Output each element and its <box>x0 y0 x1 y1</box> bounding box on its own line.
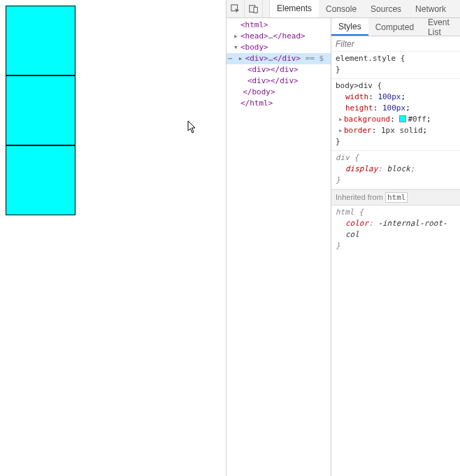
styles-filter <box>331 36 460 52</box>
dom-node-selected[interactable]: ⋯ ▸<div>…</div> == $ <box>227 53 331 64</box>
prop-name: color <box>345 219 368 228</box>
devtools-toolbar: Elements Console Sources Network <box>227 0 460 18</box>
prop-value: 100px <box>382 103 405 113</box>
dom-node[interactable]: ▸<head>…</head> <box>227 31 331 42</box>
css-property[interactable]: height: 100px; <box>336 103 456 114</box>
dom-node[interactable]: <div></div> <box>227 64 331 75</box>
rule-selector: element.style <box>336 54 396 63</box>
rule-html-ua[interactable]: html { color: -internal-root-col } <box>331 205 460 254</box>
color-swatch-icon[interactable] <box>399 115 406 122</box>
dom-tag: <body> <box>240 43 268 52</box>
tab-console[interactable]: Console <box>319 0 364 17</box>
selected-indicator: == $ <box>301 54 324 63</box>
tab-network[interactable]: Network <box>408 0 453 17</box>
rule-selector: div <box>336 153 350 162</box>
dom-node[interactable]: </html> <box>227 98 331 109</box>
rule-element-style[interactable]: element.style { } <box>331 52 460 79</box>
css-property: color: -internal-root-col <box>336 218 456 240</box>
expand-caret-icon[interactable]: ▸ <box>338 114 344 125</box>
dom-tag: </html> <box>240 99 273 108</box>
tab-label: Network <box>415 4 446 14</box>
prop-name: height <box>345 103 373 113</box>
prop-name: display <box>345 164 378 173</box>
tab-elements[interactable]: Elements <box>270 0 319 17</box>
dom-tag: <div></div> <box>247 76 299 85</box>
tab-label: Computed <box>375 22 414 32</box>
tab-event-listeners[interactable]: Event List <box>421 18 460 36</box>
dom-node[interactable]: </body> <box>227 87 331 98</box>
tab-label: Sources <box>371 4 401 14</box>
css-property[interactable]: ▸border: 1px solid; <box>336 125 456 136</box>
svg-rect-2 <box>254 7 257 13</box>
prop-value: block <box>387 164 410 173</box>
tab-computed[interactable]: Computed <box>368 18 421 36</box>
rendered-page <box>0 0 226 476</box>
styles-tabs: Styles Computed Event List <box>331 18 460 36</box>
dom-node[interactable]: ▾<body> <box>227 42 331 53</box>
css-property[interactable]: ▸background: #0ff; <box>336 114 456 125</box>
dom-node[interactable]: <html> <box>227 20 331 31</box>
inherited-label: Inherited from <box>336 193 383 201</box>
prop-value: 1px solid <box>381 126 423 135</box>
dom-node[interactable]: <div></div> <box>227 75 331 87</box>
prop-name: width <box>345 92 368 101</box>
css-property[interactable]: width: 100px; <box>336 92 456 103</box>
dom-tag: <div></div> <box>247 65 299 74</box>
prop-value: 100px <box>378 92 401 101</box>
mouse-cursor-icon <box>187 120 197 134</box>
inspect-icon[interactable] <box>227 0 245 17</box>
css-property: display: block; <box>336 164 456 175</box>
dom-tag: <html> <box>240 20 268 29</box>
rendered-div <box>6 75 76 145</box>
rule-body-div[interactable]: body>div { width: 100px; height: 100px; … <box>331 79 460 151</box>
prop-name: background <box>344 115 390 124</box>
devtools-body: <html> ▸<head>…</head> ▾<body> ⋯ ▸<div>…… <box>227 18 460 476</box>
devtools-panel: Elements Console Sources Network <html> … <box>226 0 460 476</box>
prop-value: #0ff <box>408 115 426 124</box>
tab-styles[interactable]: Styles <box>331 18 368 36</box>
styles-rules: element.style { } body>div { width: 100p… <box>331 52 460 476</box>
styles-panel: Styles Computed Event List element.style… <box>331 18 460 476</box>
rendered-div <box>6 6 76 75</box>
tab-label: Console <box>326 4 357 14</box>
device-toggle-icon[interactable] <box>245 0 263 17</box>
rule-div-ua[interactable]: div { display: block; } <box>331 151 460 189</box>
tab-label: Event List <box>428 18 453 37</box>
styles-filter-input[interactable] <box>336 39 456 49</box>
inherited-from-bar: Inherited from html <box>331 189 460 205</box>
expand-caret-icon[interactable]: ▸ <box>338 125 344 136</box>
prop-name: border <box>344 126 372 135</box>
inherited-link[interactable]: html <box>385 192 408 203</box>
dom-tag: </body> <box>243 87 275 96</box>
rule-selector: html <box>336 208 354 217</box>
tab-label: Styles <box>338 22 361 31</box>
tab-sources[interactable]: Sources <box>364 0 408 17</box>
dom-tree[interactable]: <html> ▸<head>…</head> ▾<body> ⋯ ▸<div>…… <box>227 18 331 476</box>
tab-label: Elements <box>277 3 312 13</box>
devtools-tabs: Elements Console Sources Network <box>270 0 453 17</box>
rule-selector: body>div <box>336 81 373 90</box>
rendered-div <box>6 145 76 215</box>
